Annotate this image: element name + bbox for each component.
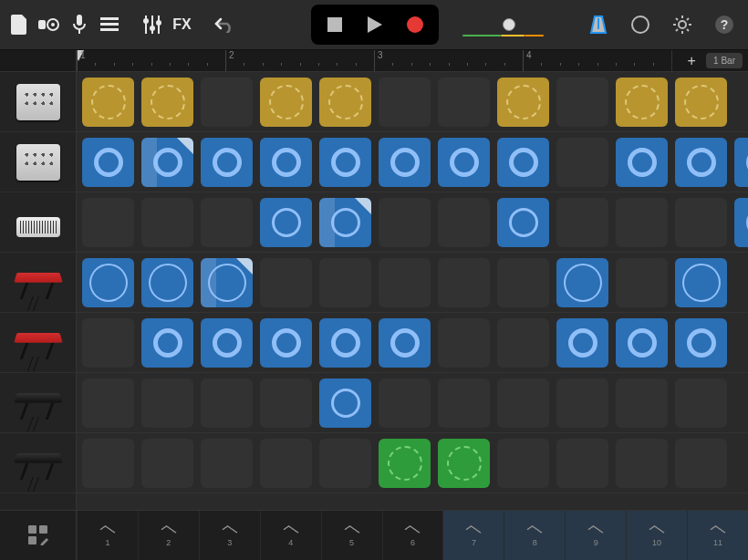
- loop-cell[interactable]: [438, 439, 490, 488]
- loop-button[interactable]: [624, 8, 657, 41]
- loop-cell[interactable]: [497, 78, 549, 127]
- timeline-ruler[interactable]: 1234: [77, 50, 671, 71]
- loop-cell[interactable]: [497, 198, 549, 247]
- loop-cell[interactable]: [260, 379, 312, 428]
- loop-cell[interactable]: [556, 379, 608, 428]
- loop-cell[interactable]: [201, 138, 253, 187]
- loop-cell[interactable]: [675, 258, 727, 307]
- mixer-button[interactable]: [140, 8, 164, 41]
- loop-cell[interactable]: [379, 258, 431, 307]
- loop-cell[interactable]: [141, 138, 193, 187]
- column-trigger[interactable]: 3: [199, 511, 260, 560]
- tracks-button[interactable]: [98, 8, 122, 41]
- loop-cell[interactable]: [201, 198, 253, 247]
- record-button[interactable]: [395, 8, 435, 41]
- project-button[interactable]: [7, 8, 32, 41]
- undo-button[interactable]: [212, 8, 236, 41]
- loop-cell[interactable]: [556, 138, 608, 187]
- loop-cell[interactable]: [260, 78, 312, 127]
- loop-cell[interactable]: [379, 78, 431, 127]
- loop-cell[interactable]: [319, 138, 371, 187]
- loop-cell[interactable]: [201, 78, 253, 127]
- loop-cell[interactable]: [675, 138, 727, 187]
- loop-cell[interactable]: [201, 379, 253, 428]
- column-trigger[interactable]: 6: [382, 511, 443, 560]
- loop-cell[interactable]: [319, 318, 371, 368]
- loop-cell[interactable]: [556, 258, 608, 307]
- loop-cell[interactable]: [82, 439, 134, 488]
- loop-cell[interactable]: [319, 439, 371, 488]
- loop-cell[interactable]: [734, 138, 748, 187]
- volume-slider[interactable]: [462, 22, 558, 27]
- stop-button[interactable]: [315, 8, 355, 41]
- loop-cell[interactable]: [260, 439, 312, 488]
- loop-cell[interactable]: [556, 439, 608, 488]
- loop-cell[interactable]: [497, 258, 549, 307]
- loop-cell[interactable]: [141, 439, 193, 488]
- loop-cell[interactable]: [141, 379, 193, 428]
- loop-cell[interactable]: [201, 439, 253, 488]
- loop-cell[interactable]: [379, 138, 431, 187]
- column-trigger[interactable]: 1: [77, 511, 138, 560]
- loop-cell[interactable]: [260, 198, 312, 247]
- loop-cell[interactable]: [379, 379, 431, 428]
- loop-cell[interactable]: [616, 439, 668, 488]
- loop-cell[interactable]: [556, 318, 608, 368]
- column-trigger[interactable]: 9: [565, 511, 626, 560]
- loop-cell[interactable]: [616, 379, 668, 428]
- loop-cell[interactable]: [616, 318, 668, 368]
- column-trigger[interactable]: 7: [442, 511, 504, 560]
- loop-cell[interactable]: [616, 78, 668, 127]
- loop-cell[interactable]: [497, 318, 549, 368]
- loop-cell[interactable]: [616, 138, 668, 187]
- settings-button[interactable]: [666, 8, 699, 41]
- loop-cell[interactable]: [675, 198, 727, 247]
- loop-cell[interactable]: [379, 439, 431, 488]
- loop-cell[interactable]: [260, 138, 312, 187]
- loop-cell[interactable]: [141, 318, 193, 368]
- loop-cell[interactable]: [82, 258, 134, 307]
- loop-cell[interactable]: [734, 198, 748, 247]
- loop-cell[interactable]: [497, 439, 549, 488]
- loop-cell[interactable]: [675, 439, 727, 488]
- loop-cell[interactable]: [556, 78, 608, 127]
- loop-cell[interactable]: [438, 258, 490, 307]
- loop-cell[interactable]: [141, 258, 193, 307]
- track-header[interactable]: [0, 373, 76, 433]
- track-header[interactable]: [0, 313, 76, 373]
- help-button[interactable]: ?: [708, 8, 741, 41]
- loop-cell[interactable]: [438, 138, 490, 187]
- loop-cell[interactable]: [201, 258, 253, 307]
- column-trigger[interactable]: 5: [321, 511, 382, 560]
- section-length-label[interactable]: 1 Bar: [706, 53, 743, 68]
- loop-cell[interactable]: [82, 138, 134, 187]
- loop-cell[interactable]: [201, 318, 253, 368]
- loop-cell[interactable]: [438, 379, 490, 428]
- track-header[interactable]: [0, 253, 76, 313]
- loop-cell[interactable]: [141, 198, 193, 247]
- loop-cell[interactable]: [82, 318, 134, 368]
- track-header[interactable]: [0, 192, 76, 253]
- track-header[interactable]: [0, 132, 76, 192]
- loop-cell[interactable]: [82, 379, 134, 428]
- loop-cell[interactable]: [556, 198, 608, 247]
- fx-button[interactable]: FX: [170, 8, 194, 41]
- loop-cell[interactable]: [675, 78, 727, 127]
- mic-button[interactable]: [68, 8, 92, 41]
- loop-cell[interactable]: [319, 258, 371, 307]
- column-trigger[interactable]: 8: [504, 511, 565, 560]
- loop-cell[interactable]: [438, 78, 490, 127]
- loop-cell[interactable]: [438, 198, 490, 247]
- metronome-button[interactable]: [582, 8, 615, 41]
- loop-cell[interactable]: [616, 198, 668, 247]
- loop-cell[interactable]: [319, 198, 371, 247]
- add-section-button[interactable]: +: [682, 52, 701, 70]
- play-button[interactable]: [355, 8, 395, 41]
- loop-cell[interactable]: [675, 379, 727, 428]
- loop-cell[interactable]: [497, 138, 549, 187]
- browser-button[interactable]: [37, 8, 62, 41]
- column-trigger[interactable]: 10: [626, 511, 687, 560]
- loop-cell[interactable]: [379, 318, 431, 368]
- loop-cell[interactable]: [319, 78, 371, 127]
- loop-cell[interactable]: [82, 198, 134, 247]
